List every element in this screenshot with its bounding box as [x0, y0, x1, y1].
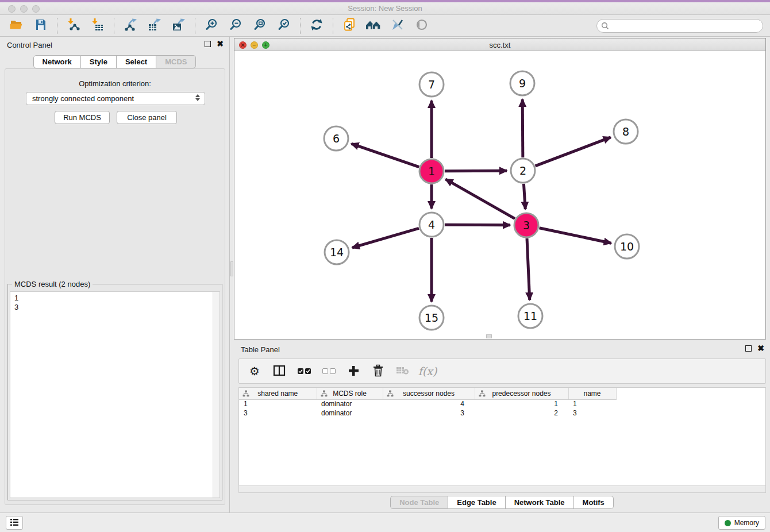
result-scrollbar[interactable]	[213, 292, 220, 498]
tab-mcds[interactable]: MCDS	[156, 55, 196, 68]
criterion-label: Optimization criterion:	[5, 79, 225, 88]
function-builder-button[interactable]: f(x)	[420, 363, 435, 379]
node-4[interactable]: 4	[419, 213, 444, 237]
table-tab-network-table[interactable]: Network Table	[506, 496, 574, 509]
cell-mcds-role[interactable]: dominator	[317, 399, 383, 408]
node-1[interactable]: 1	[419, 159, 444, 183]
node-10[interactable]: 10	[615, 234, 639, 259]
memory-button[interactable]: Memory	[718, 516, 765, 530]
table-row[interactable]: 1dominator411	[239, 399, 616, 408]
open-session-button[interactable]	[5, 17, 29, 35]
table-options-button[interactable]: ⚙	[247, 363, 262, 379]
cell-name[interactable]: 3	[568, 408, 616, 418]
show-hide-panels-button[interactable]	[410, 17, 434, 35]
column-header-shared-name[interactable]: shared name	[239, 388, 317, 399]
svg-text:1: 1	[428, 165, 435, 178]
edge-1-6[interactable]	[351, 144, 419, 167]
import-network-button[interactable]	[61, 17, 86, 35]
import-table-icon	[91, 18, 105, 33]
edge-3-11[interactable]	[527, 238, 530, 300]
close-table-panel-icon[interactable]: ✖	[757, 345, 764, 352]
float-panel-icon[interactable]	[205, 41, 211, 47]
cell-predecessor-nodes[interactable]: 2	[475, 408, 568, 418]
column-visibility-button[interactable]	[272, 363, 287, 379]
column-header-name[interactable]: name	[568, 388, 616, 399]
network-graph[interactable]: 7968124314101511	[234, 51, 765, 339]
float-table-panel-icon[interactable]	[745, 345, 752, 352]
node-6[interactable]: 6	[324, 126, 348, 151]
export-table-button[interactable]	[143, 17, 167, 35]
node-8[interactable]: 8	[614, 119, 638, 144]
delete-column-button[interactable]	[371, 363, 386, 379]
edge-2-3[interactable]	[523, 184, 525, 209]
table-row[interactable]: 3dominator323	[239, 408, 616, 418]
canvas-scrollbar-thumb[interactable]	[486, 334, 492, 338]
cell-name[interactable]: 1	[568, 399, 616, 408]
network-window-titlebar[interactable]: ✕ − + scc.txt	[234, 38, 765, 51]
cell-mcds-role[interactable]: dominator	[317, 408, 383, 418]
run-mcds-button[interactable]: Run MCDS	[55, 111, 110, 124]
add-column-button[interactable]	[346, 363, 361, 379]
delete-table-button[interactable]	[395, 363, 410, 379]
refresh-button[interactable]	[305, 17, 329, 35]
table-tab-edge-table[interactable]: Edge Table	[448, 496, 505, 509]
cell-successor-nodes[interactable]: 3	[383, 408, 475, 418]
edge-4-14[interactable]	[352, 228, 419, 248]
edge-3-10[interactable]	[540, 228, 611, 243]
tab-select[interactable]: Select	[117, 55, 156, 68]
zoom-in-button[interactable]	[199, 17, 224, 35]
splitter-handle[interactable]	[230, 261, 233, 276]
save-icon	[34, 18, 48, 33]
node-14[interactable]: 14	[325, 240, 349, 264]
deselect-all-button[interactable]	[321, 363, 336, 379]
edge-2-8[interactable]	[536, 137, 611, 166]
tab-style[interactable]: Style	[81, 55, 117, 68]
zoom-in-icon	[205, 18, 218, 33]
cell-successor-nodes[interactable]: 4	[383, 399, 475, 408]
column-header-predecessor-nodes[interactable]: predecessor nodes	[475, 388, 568, 399]
criterion-dropdown[interactable]: strongly connected component	[26, 92, 205, 105]
edge-3-1[interactable]	[445, 179, 515, 219]
mcds-result-list[interactable]: 13	[10, 291, 220, 498]
column-header-successor-nodes[interactable]: successor nodes	[383, 388, 475, 399]
zoom-fit-button[interactable]	[248, 17, 272, 35]
close-panel-icon[interactable]: ✖	[217, 41, 224, 47]
select-all-button[interactable]	[297, 363, 311, 379]
cell-shared-name[interactable]: 1	[239, 399, 317, 408]
import-table-button[interactable]	[86, 17, 110, 35]
zoom-out-button[interactable]	[224, 17, 248, 35]
cell-predecessor-nodes[interactable]: 1	[475, 399, 568, 408]
close-panel-button[interactable]: Close panel	[117, 111, 177, 124]
window-title: Session: New Session	[0, 4, 770, 13]
table-tab-motifs[interactable]: Motifs	[574, 496, 614, 509]
node-9[interactable]: 9	[510, 71, 534, 95]
edge-1-2[interactable]	[445, 171, 507, 171]
node-table: shared nameMCDS rolesuccessor nodesprede…	[238, 387, 766, 485]
column-header-mcds-role[interactable]: MCDS role	[317, 388, 383, 399]
export-image-button[interactable]	[167, 17, 191, 35]
task-history-button[interactable]	[6, 516, 23, 530]
node-11[interactable]: 11	[518, 304, 542, 328]
cell-shared-name[interactable]: 3	[239, 408, 317, 418]
node-7[interactable]: 7	[419, 72, 444, 97]
node-15[interactable]: 15	[419, 306, 444, 330]
svg-text:14: 14	[330, 246, 344, 259]
new-network-from-selection-button[interactable]	[337, 17, 361, 35]
graphics-details-button[interactable]	[386, 17, 410, 35]
table-tab-node-table[interactable]: Node Table	[390, 496, 448, 509]
edge-2-9[interactable]	[522, 99, 523, 157]
trash-icon	[372, 364, 384, 379]
export-network-button[interactable]	[118, 17, 143, 35]
home-button[interactable]	[361, 17, 386, 35]
attribute-table[interactable]: shared nameMCDS rolesuccessor nodesprede…	[239, 388, 617, 418]
search-field-wrap	[596, 19, 763, 33]
save-session-button[interactable]	[29, 17, 53, 35]
zoom-selected-button[interactable]	[272, 17, 296, 35]
table-hscrollbar[interactable]	[238, 485, 766, 493]
network-canvas[interactable]: 7968124314101511	[234, 51, 765, 339]
node-2[interactable]: 2	[511, 159, 535, 183]
search-input[interactable]	[596, 19, 763, 33]
edge-4-3[interactable]	[445, 225, 510, 225]
tab-network[interactable]: Network	[33, 55, 81, 68]
node-3[interactable]: 3	[514, 213, 538, 237]
